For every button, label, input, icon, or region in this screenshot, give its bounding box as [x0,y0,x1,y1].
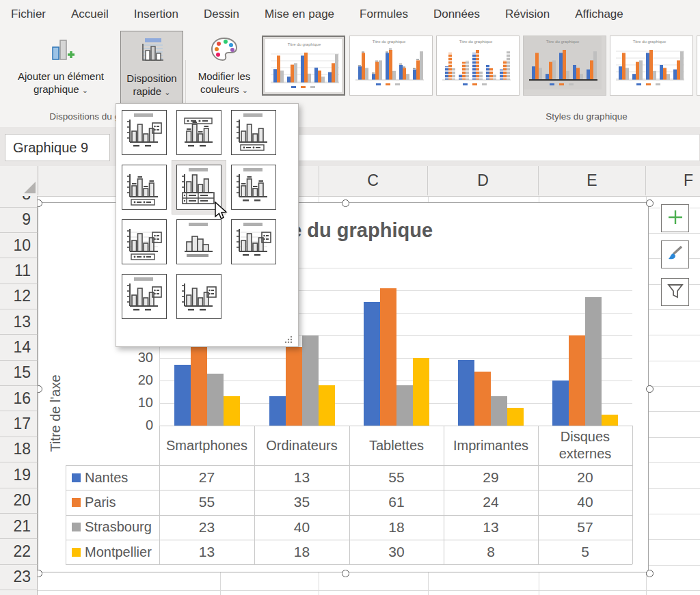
row-header-10[interactable]: 10 [0,233,38,258]
chart-style-thumbnail-4[interactable]: Titre du graphique [523,36,606,96]
quick-layout-option-9[interactable] [231,219,276,264]
table-value: 55 [159,490,254,514]
table-value: 13 [159,540,254,564]
row-header-23[interactable]: 23 [0,565,38,590]
ribbon-tab-accueil[interactable]: Accueil [71,8,109,21]
grid-hline [38,590,700,591]
column-header-E[interactable]: E [539,166,646,195]
svg-text:Titre du graphique: Titre du graphique [288,42,321,46]
quick-layout-option-3[interactable] [231,110,276,155]
selection-handle[interactable] [646,570,654,577]
row-header-9[interactable]: 9 [0,208,38,233]
chart-styles-button[interactable] [661,240,689,268]
table-value: 40 [254,515,349,540]
y-axis-label: 30 [122,350,153,365]
quick-layout-option-8[interactable] [176,219,221,264]
category-label: Disques externes [539,426,631,465]
selection-handle[interactable] [342,199,349,207]
bar-montpellier-imprimantes [507,408,524,426]
row-header-11[interactable]: 11 [0,258,38,283]
legend-swatch [72,548,81,557]
table-value: 23 [159,515,254,540]
quick-layout-option-1[interactable] [122,110,167,155]
bar-nantes-ordinateurs [269,396,286,426]
legend-key-strasbourg: Strasbourg [66,515,159,540]
ribbon-tab-insertion[interactable]: Insertion [134,8,178,21]
select-all-corner[interactable] [0,166,38,195]
quick-layout-option-2[interactable] [176,110,221,155]
y-axis-label: 20 [122,372,153,388]
table-value: 13 [444,515,538,540]
ribbon-group-labels: Dispositions du graphique Styles du grap… [0,108,700,128]
table-value: 35 [254,490,349,514]
category-label: Ordinateurs [256,426,348,465]
bar-montpellier-smartphones [224,396,240,426]
row-header-14[interactable]: 14 [0,335,38,360]
chart-filters-button[interactable] [661,278,689,306]
chart-style-thumbnail-1[interactable]: Titre du graphique [262,36,345,96]
chart-style-thumbnail-6[interactable]: Titre du graphique [697,36,700,96]
ribbon-tab-dessin[interactable]: Dessin [204,8,239,21]
row-header-12[interactable]: 12 [0,284,38,309]
quick-layout-option-7[interactable] [122,219,167,264]
resize-grip-icon[interactable] [284,334,293,342]
table-value: 57 [538,515,632,540]
quick-layout-button[interactable]: Disposition rapide ⌄ [120,31,183,107]
add-chart-element-label: Ajouter un élément graphique [18,70,104,95]
selection-handle[interactable] [646,199,654,207]
row-header-20[interactable]: 20 [0,488,38,514]
palette-icon [210,36,239,66]
sheet-area[interactable]: 891011121314151617181920212223 Titre du … [0,196,700,595]
bar-nantes-tablettes [364,302,380,426]
quick-layout-option-11[interactable] [176,274,221,319]
row-header-19[interactable]: 19 [0,462,38,488]
column-header-C[interactable]: C [319,166,428,195]
chart-style-thumbnail-5[interactable]: Titre du graphique [610,36,693,96]
ribbon-tab-fichier[interactable]: Fichier [11,8,46,21]
ribbon-tab-affichage[interactable]: Affichage [575,8,623,21]
ribbon-tab-formules[interactable]: Formules [360,8,408,21]
table-value: 8 [444,540,538,564]
column-header-F[interactable]: F [646,166,700,195]
legend-swatch [72,498,81,507]
legend-key-paris: Paris [66,490,159,514]
row-header-24[interactable] [0,590,38,595]
quick-layout-option-10[interactable] [122,274,167,319]
ribbon-tab-mise-en-page[interactable]: Mise en page [265,8,334,21]
row-header-16[interactable]: 16 [0,386,38,411]
series-name: Montpellier [85,544,152,560]
table-value: 30 [349,540,444,564]
add-chart-element-icon [47,36,75,66]
table-value: 27 [159,465,254,490]
chevron-down-icon: ⌄ [82,86,88,94]
selection-handle[interactable] [342,570,349,577]
bar-nantes-disques-externes [552,380,569,426]
table-value: 61 [349,490,444,514]
row-header-18[interactable]: 18 [0,437,38,462]
quick-layout-menu [116,103,299,347]
category-label: Tablettes [351,426,442,465]
row-header-8[interactable]: 8 [0,196,38,208]
bar-nantes-imprimantes [458,360,474,426]
ribbon-tab-révision[interactable]: Révision [505,8,550,21]
bar-montpellier-disques-externes [602,415,618,426]
row-header-15[interactable]: 15 [0,361,38,386]
column-header-D[interactable]: D [428,166,539,195]
row-header-17[interactable]: 17 [0,411,38,437]
chart-style-thumbnail-2[interactable]: Titre du graphique [349,36,433,96]
ribbon-tab-données[interactable]: Données [433,8,480,21]
row-header-13[interactable]: 13 [0,309,38,335]
quick-layout-option-4[interactable] [122,165,167,210]
chart-elements-button[interactable] [661,204,689,232]
row-header-22[interactable]: 22 [0,539,38,564]
quick-layout-option-6[interactable] [231,165,276,210]
series-name: Strasbourg [85,519,152,535]
chevron-down-icon: ⌄ [164,88,170,96]
row-header-21[interactable]: 21 [0,514,38,539]
chart-style-thumbnail-3[interactable]: Titre du graphique [436,36,520,96]
select-all-triangle-icon [24,182,36,193]
axis-title[interactable]: Titre de l'axe [48,345,64,482]
excel-window: FichierAccueilInsertionDessinMise en pag… [0,0,700,595]
selection-handle[interactable] [646,385,654,393]
name-box[interactable]: Graphique 9 [5,134,110,161]
